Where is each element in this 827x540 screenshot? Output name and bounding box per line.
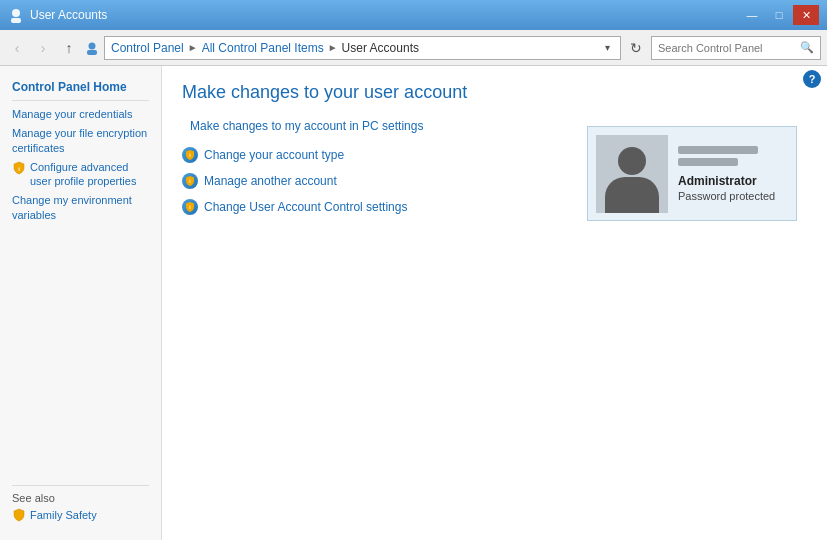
refresh-button[interactable]: ↻: [625, 37, 647, 59]
page-title: Make changes to your user account: [182, 82, 807, 103]
breadcrumb-current: User Accounts: [342, 41, 419, 55]
breadcrumb-bar: Control Panel ► All Control Panel Items …: [104, 36, 621, 60]
user-status: Password protected: [678, 190, 788, 202]
change-type-label: Change your account type: [204, 148, 344, 162]
search-icon: 🔍: [800, 41, 814, 54]
back-button[interactable]: ‹: [6, 37, 28, 59]
title-bar: User Accounts — □ ✕: [0, 0, 827, 30]
breadcrumb-sep-1: ►: [188, 42, 198, 53]
sidebar-item-credentials[interactable]: Manage your credentials: [12, 107, 149, 121]
sidebar-top: Control Panel Home Manage your credentia…: [0, 76, 161, 471]
close-button[interactable]: ✕: [793, 5, 819, 25]
sidebar-item-profile[interactable]: Configure advanced user profile properti…: [30, 160, 149, 189]
user-name-bar-2: [678, 158, 738, 166]
sidebar-bottom: See also Family Safety: [0, 471, 161, 530]
window-icon: [8, 7, 24, 23]
change-type-icon: i: [182, 147, 198, 163]
up-button[interactable]: ↑: [58, 37, 80, 59]
avatar-figure: [605, 147, 659, 213]
uac-icon: i: [182, 199, 198, 215]
sidebar-item-encryption[interactable]: Manage your file encryption certificates: [12, 126, 149, 155]
family-safety-icon: [12, 508, 26, 522]
content-area: ? Make changes to your user account Make…: [162, 66, 827, 540]
breadcrumb-icon: [84, 40, 100, 56]
user-card: Administrator Password protected: [587, 126, 797, 221]
see-also-title: See also: [12, 492, 149, 504]
avatar: [596, 135, 668, 213]
user-name: Administrator: [678, 174, 788, 188]
svg-point-2: [89, 42, 96, 49]
uac-settings-label: Change User Account Control settings: [204, 200, 407, 214]
svg-rect-3: [87, 50, 97, 55]
avatar-body: [605, 177, 659, 213]
manage-another-icon: i: [182, 173, 198, 189]
svg-point-0: [12, 9, 20, 17]
search-box: 🔍: [651, 36, 821, 60]
user-name-bar-1: [678, 146, 758, 154]
search-input[interactable]: [658, 42, 800, 54]
shield-icon: i: [12, 161, 26, 175]
sidebar-divider: [12, 100, 149, 101]
svg-rect-1: [11, 18, 21, 23]
breadcrumb-dropdown-button[interactable]: ▾: [601, 42, 614, 53]
breadcrumb-control-panel[interactable]: Control Panel: [111, 41, 184, 55]
title-bar-controls: — □ ✕: [739, 5, 819, 25]
sidebar-section-main: Control Panel Home Manage your credentia…: [0, 76, 161, 235]
address-bar: ‹ › ↑ Control Panel ► All Control Panel …: [0, 30, 827, 66]
pc-settings-link[interactable]: Make changes to my account in PC setting…: [186, 119, 423, 133]
sidebar-item-environment[interactable]: Change my environment variables: [12, 193, 149, 222]
help-button[interactable]: ?: [803, 70, 821, 88]
forward-button[interactable]: ›: [32, 37, 54, 59]
breadcrumb-sep-2: ►: [328, 42, 338, 53]
main-container: Control Panel Home Manage your credentia…: [0, 66, 827, 540]
user-info: Administrator Password protected: [678, 146, 788, 202]
sidebar-home-link[interactable]: Control Panel Home: [12, 80, 149, 94]
sidebar-full: Control Panel Home Manage your credentia…: [0, 76, 161, 530]
sidebar: Control Panel Home Manage your credentia…: [0, 66, 162, 540]
see-also-divider: [12, 485, 149, 486]
sidebar-item-family-safety[interactable]: Family Safety: [12, 508, 149, 522]
title-bar-title: User Accounts: [30, 8, 107, 22]
manage-account-icon: i: [184, 175, 196, 187]
minimize-button[interactable]: —: [739, 5, 765, 25]
sidebar-item-profile-container: i Configure advanced user profile proper…: [12, 160, 149, 189]
maximize-button[interactable]: □: [766, 5, 792, 25]
title-bar-left: User Accounts: [8, 7, 107, 23]
shield-action-icon: i: [184, 149, 196, 161]
family-safety-label: Family Safety: [30, 509, 97, 521]
breadcrumb-all-items[interactable]: All Control Panel Items: [202, 41, 324, 55]
avatar-head: [618, 147, 646, 175]
uac-action-icon: i: [184, 201, 196, 213]
manage-another-label: Manage another account: [204, 174, 337, 188]
